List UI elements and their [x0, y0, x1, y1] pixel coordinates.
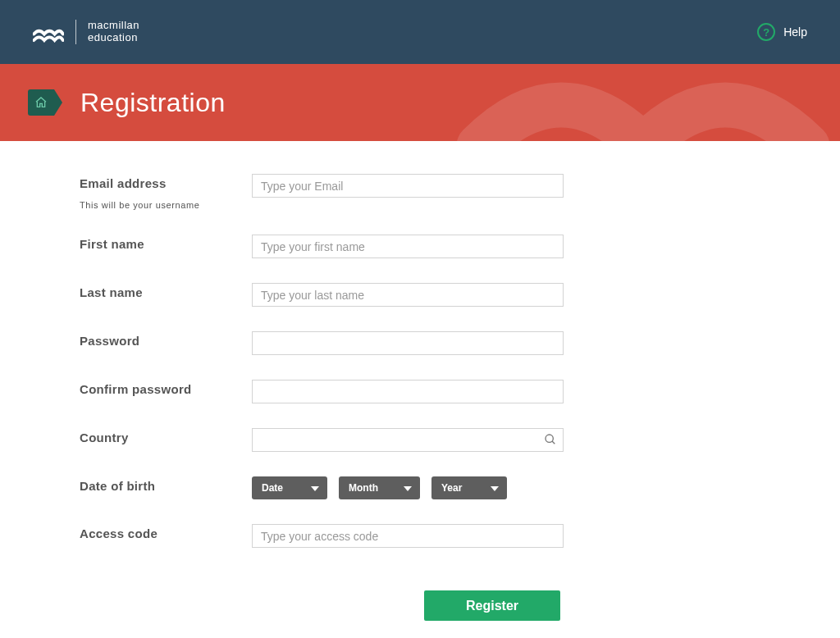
- form-content: Email address This will be your username…: [0, 141, 840, 621]
- dob-year-select[interactable]: Year: [431, 476, 507, 499]
- register-button[interactable]: Register: [424, 590, 560, 621]
- help-button[interactable]: ? Help: [757, 23, 807, 41]
- row-password: Password: [80, 331, 840, 355]
- help-label: Help: [783, 25, 807, 39]
- email-field[interactable]: [252, 174, 564, 198]
- row-country: Country: [80, 428, 840, 452]
- home-button[interactable]: [28, 89, 54, 116]
- dob-month-select[interactable]: Month: [339, 476, 420, 499]
- first-name-field[interactable]: [252, 235, 564, 258]
- label-country: Country: [80, 431, 252, 444]
- row-email: Email address This will be your username: [80, 174, 840, 210]
- label-first-name: First name: [80, 237, 252, 251]
- brand-line2: education: [88, 31, 138, 43]
- page-banner: Registration: [0, 64, 840, 141]
- page-title: Registration: [80, 88, 226, 118]
- brand-logo[interactable]: macmillan education: [33, 20, 139, 44]
- last-name-field[interactable]: [252, 283, 564, 307]
- country-field[interactable]: [252, 428, 564, 452]
- caret-down-icon: [491, 482, 499, 494]
- dob-year-value: Year: [441, 482, 462, 494]
- help-icon: ?: [757, 23, 775, 41]
- label-access-code: Access code: [80, 526, 252, 540]
- brand-separator: [75, 20, 76, 44]
- dob-month-value: Month: [349, 482, 378, 494]
- confirm-password-field[interactable]: [252, 380, 564, 403]
- label-email: Email address: [80, 176, 252, 190]
- dob-date-select[interactable]: Date: [252, 476, 327, 499]
- row-confirm-password: Confirm password: [80, 380, 840, 403]
- banner-decoration-icon: [446, 64, 840, 141]
- brand-text: macmillan education: [88, 20, 139, 44]
- caret-down-icon: [311, 482, 319, 494]
- label-password: Password: [80, 334, 252, 348]
- caret-down-icon: [404, 482, 412, 494]
- brand-mark-icon: [33, 21, 64, 43]
- label-confirm-password: Confirm password: [80, 382, 252, 396]
- brand-line1: macmillan: [88, 19, 139, 31]
- home-icon: [34, 96, 48, 109]
- access-code-field[interactable]: [252, 524, 564, 548]
- app-header: macmillan education ? Help: [0, 0, 840, 64]
- password-field[interactable]: [252, 331, 564, 355]
- label-last-name: Last name: [80, 285, 252, 299]
- label-dob: Date of birth: [80, 479, 252, 493]
- row-last-name: Last name: [80, 283, 840, 307]
- dob-date-value: Date: [262, 482, 283, 494]
- row-dob: Date of birth Date Month Year: [80, 476, 840, 499]
- sublabel-email: This will be your username: [80, 200, 252, 210]
- row-access-code: Access code: [80, 524, 840, 548]
- row-first-name: First name: [80, 235, 840, 258]
